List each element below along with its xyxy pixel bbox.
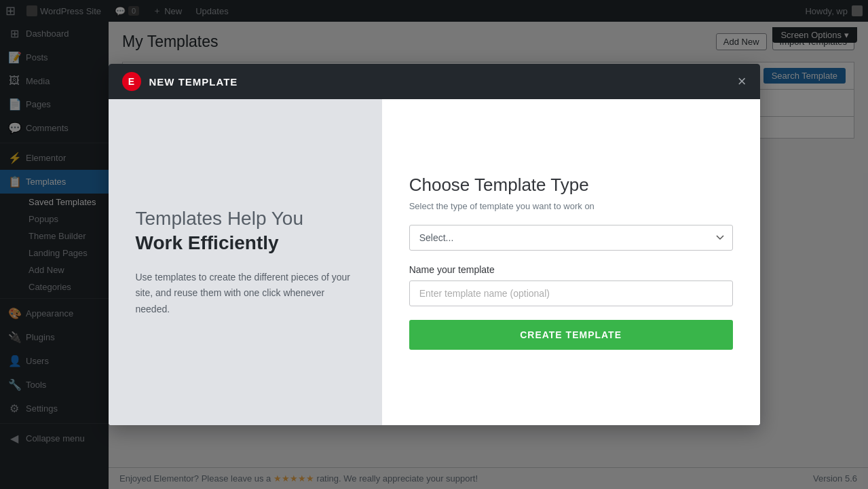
modal-body: Templates Help You Work Efficiently Use … — [109, 99, 760, 425]
template-name-input[interactable] — [409, 280, 733, 306]
template-name-label: Name your template — [409, 264, 733, 275]
form-subtitle: Select the type of template you want to … — [409, 201, 733, 211]
modal-left-description: Use templates to create the different pi… — [136, 270, 355, 318]
template-type-group: Select... — [409, 225, 733, 251]
template-type-select[interactable]: Select... — [409, 225, 733, 251]
form-title: Choose Template Type — [409, 175, 733, 196]
modal-left-panel: Templates Help You Work Efficiently Use … — [109, 99, 382, 425]
modal-overlay[interactable]: E NEW TEMPLATE × Templates Help You Work… — [0, 0, 868, 489]
modal-right-panel: Choose Template Type Select the type of … — [382, 99, 760, 425]
modal-left-title-bold: Work Efficiently — [136, 231, 355, 255]
elementor-logo: E — [122, 72, 141, 91]
modal-title: NEW TEMPLATE — [149, 76, 238, 88]
new-template-modal: E NEW TEMPLATE × Templates Help You Work… — [109, 64, 760, 425]
template-name-group: Name your template — [409, 264, 733, 306]
create-template-button[interactable]: CREATE TEMPLATE — [409, 320, 733, 350]
modal-header-left: E NEW TEMPLATE — [122, 72, 238, 91]
modal-left-title: Templates Help You Work Efficiently — [136, 206, 355, 256]
modal-close-button[interactable]: × — [738, 74, 747, 89]
modal-header: E NEW TEMPLATE × — [109, 64, 760, 99]
